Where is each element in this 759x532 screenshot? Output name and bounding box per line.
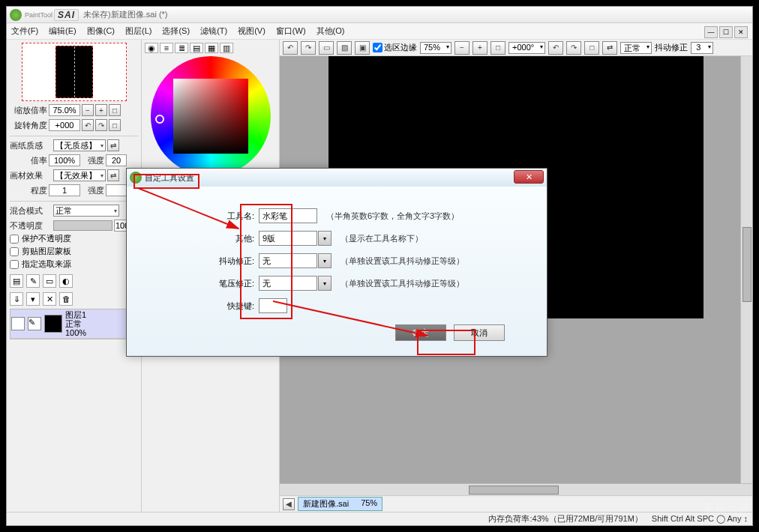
minimize-button[interactable]: — bbox=[704, 26, 718, 38]
dialog-titlebar[interactable]: 自定工具设置 ✕ bbox=[127, 169, 547, 187]
menu-other[interactable]: 其他(O) bbox=[316, 25, 345, 37]
window-controls: — ☐ ✕ bbox=[704, 26, 748, 38]
rot-right-button[interactable]: ↷ bbox=[566, 41, 581, 55]
invert-sel-button[interactable]: ▨ bbox=[337, 41, 352, 55]
delete-layer-icon[interactable]: 🗑 bbox=[59, 292, 73, 306]
paper-texture-select[interactable]: 【无质感】▾ bbox=[53, 139, 106, 151]
shortcut-input[interactable] bbox=[259, 298, 287, 313]
menu-view[interactable]: 视图(V) bbox=[238, 25, 266, 37]
brushfx-select[interactable]: 【无效果】▾ bbox=[53, 169, 106, 181]
dialog-body: 工具名: 水彩笔 （半角英数6字数，全角文字3字数） 其他: 9版 ▾ （显示在… bbox=[127, 187, 547, 350]
document-tabs: ◀ 新建图像.sai 75% bbox=[280, 495, 752, 512]
swatches-icon[interactable]: ▦ bbox=[205, 43, 218, 53]
selection-edge-label: 选区边缘 bbox=[384, 42, 417, 53]
deselect-button[interactable]: ▭ bbox=[319, 41, 334, 55]
new-mask-icon[interactable]: ◐ bbox=[59, 274, 73, 288]
paper-flip-button[interactable]: ⇄ bbox=[107, 139, 119, 151]
menu-edit[interactable]: 编辑(E) bbox=[49, 25, 76, 37]
zoom-out-button[interactable]: − bbox=[454, 41, 470, 55]
zoom-minus-button[interactable]: − bbox=[82, 104, 94, 116]
color-square[interactable] bbox=[173, 79, 248, 154]
left-panel: 缩放倍率 75.0% − + □ 旋转角度 +000 ↶ ↷ □ 画纸质感 【无… bbox=[7, 40, 142, 512]
zoom-fit-button[interactable]: □ bbox=[490, 41, 506, 55]
document-tab[interactable]: 新建图像.sai 75% bbox=[298, 497, 382, 511]
brushfx-flip-button[interactable]: ⇄ bbox=[107, 169, 119, 181]
blend-drop[interactable]: 正常 bbox=[620, 42, 652, 54]
layer-edit-icon[interactable]: ✎ bbox=[28, 317, 41, 330]
close-button[interactable]: ✕ bbox=[734, 26, 748, 38]
paper-zoom-value[interactable]: 100% bbox=[49, 154, 80, 166]
move-down-icon[interactable]: ▾ bbox=[26, 292, 40, 306]
brushfx-degree-value[interactable]: 1 bbox=[49, 184, 80, 196]
dialog-close-button[interactable]: ✕ bbox=[514, 170, 544, 184]
scroll-thumb[interactable] bbox=[469, 486, 559, 495]
angle-drop[interactable]: +000° bbox=[508, 42, 545, 54]
rotate-left-button[interactable]: ↶ bbox=[82, 119, 94, 131]
shortcut-label: 快捷键: bbox=[209, 300, 254, 312]
menu-layer[interactable]: 图层(L) bbox=[125, 25, 152, 37]
stabilizer-drop[interactable]: 3 bbox=[691, 42, 713, 54]
menu-file[interactable]: 文件(F) bbox=[11, 25, 38, 37]
opacity-slider[interactable] bbox=[53, 220, 112, 231]
color-wheel[interactable] bbox=[151, 56, 271, 176]
new-layer-icon[interactable]: ▤ bbox=[10, 274, 23, 288]
show-sel-button[interactable]: ▣ bbox=[355, 41, 370, 55]
stabilizer-dropdown-button[interactable]: ▾ bbox=[318, 253, 332, 268]
menu-filter[interactable]: 滤镜(T) bbox=[200, 25, 227, 37]
tool-name-input[interactable]: 水彩笔 bbox=[259, 208, 317, 223]
rot-left-button[interactable]: ↶ bbox=[548, 41, 563, 55]
blend-mode-label: 混合模式 bbox=[10, 205, 52, 217]
stabilizer-input[interactable]: 无 bbox=[259, 253, 317, 268]
pressure-input[interactable]: 无 bbox=[259, 276, 317, 291]
dialog-title: 自定工具设置 bbox=[145, 172, 194, 184]
merge-down-icon[interactable]: ⇓ bbox=[10, 292, 23, 306]
other-input[interactable]: 9版 bbox=[259, 231, 317, 246]
clipping-mask-label: 剪贴图层蒙板 bbox=[22, 246, 71, 257]
redo-button[interactable]: ↷ bbox=[301, 41, 316, 55]
rotate-right-button[interactable]: ↷ bbox=[95, 119, 107, 131]
maximize-button[interactable]: ☐ bbox=[719, 26, 733, 38]
clipping-mask-checkbox[interactable] bbox=[10, 247, 19, 256]
hsv-sliders-icon[interactable]: ≣ bbox=[175, 43, 188, 53]
blend-mode-select[interactable]: 正常▾ bbox=[53, 205, 119, 217]
other-dropdown-button[interactable]: ▾ bbox=[318, 231, 332, 246]
layer-mode: 正常 bbox=[65, 319, 86, 328]
menu-window[interactable]: 窗口(W) bbox=[276, 25, 306, 37]
selection-source-checkbox[interactable] bbox=[10, 260, 19, 269]
layer-list: ✎ 图层1 正常 100% bbox=[10, 309, 138, 339]
color-wheel-icon[interactable]: ◉ bbox=[145, 43, 158, 53]
selection-edge-checkbox[interactable] bbox=[373, 43, 382, 52]
scroll-thumb[interactable] bbox=[742, 227, 752, 302]
rgb-sliders-icon[interactable]: ≡ bbox=[160, 43, 173, 53]
new-folder-icon[interactable]: ▭ bbox=[43, 274, 56, 288]
scratchpad-icon[interactable]: ▥ bbox=[220, 43, 233, 53]
layer-row[interactable]: ✎ 图层1 正常 100% bbox=[10, 309, 137, 339]
zoom-plus-button[interactable]: + bbox=[95, 104, 107, 116]
zoom-drop[interactable]: 75% bbox=[420, 42, 452, 54]
paper-intensity-value[interactable]: 20 bbox=[106, 154, 127, 166]
document-title: 未保存)新建图像.sai (*) bbox=[83, 9, 167, 20]
menu-image[interactable]: 图像(C) bbox=[87, 25, 115, 37]
vertical-scrollbar[interactable] bbox=[740, 56, 752, 483]
zoom-reset-button[interactable]: □ bbox=[109, 104, 121, 116]
grayscale-icon[interactable]: ▤ bbox=[190, 43, 203, 53]
rotate-reset-button[interactable]: □ bbox=[109, 119, 121, 131]
clear-layer-icon[interactable]: ✕ bbox=[43, 292, 56, 306]
undo-button[interactable]: ↶ bbox=[283, 41, 298, 55]
protect-opacity-checkbox[interactable] bbox=[10, 235, 19, 244]
flip-h-button[interactable]: ⇄ bbox=[602, 41, 617, 55]
rotation-value[interactable]: +000 bbox=[49, 119, 80, 131]
zoom-value[interactable]: 75.0% bbox=[49, 104, 80, 116]
navigator-thumb[interactable] bbox=[22, 43, 127, 101]
layer-visibility-icon[interactable] bbox=[11, 317, 25, 330]
ok-button[interactable]: 确定 bbox=[395, 324, 446, 341]
pressure-dropdown-button[interactable]: ▾ bbox=[318, 276, 332, 291]
new-linework-icon[interactable]: ✎ bbox=[26, 274, 40, 288]
horizontal-scrollbar[interactable] bbox=[280, 483, 752, 495]
cancel-button[interactable]: 取消 bbox=[454, 324, 505, 341]
rot-reset-button[interactable]: □ bbox=[584, 41, 599, 55]
menu-select[interactable]: 选择(S) bbox=[162, 25, 190, 37]
tab-prev-button[interactable]: ◀ bbox=[283, 498, 295, 510]
brushfx-intensity-value[interactable] bbox=[106, 184, 127, 196]
zoom-in-button[interactable]: + bbox=[472, 41, 488, 55]
